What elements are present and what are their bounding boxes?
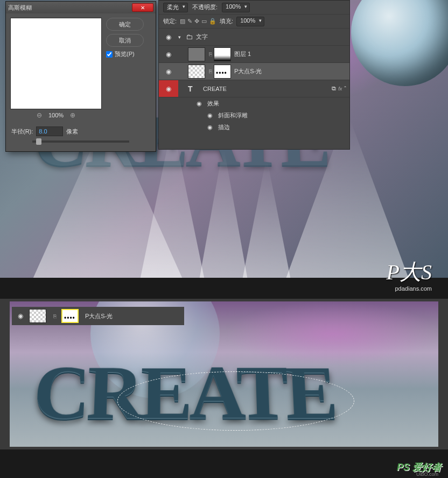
blend-mode-dropdown[interactable]: 柔光 <box>163 3 188 12</box>
link-icon[interactable]: ⎘ <box>209 68 212 74</box>
layers-panel: 柔光 不透明度: 100% 锁定: ▨ ✎ ✥ ▭ 🔒 填充: 100% ◉ ▾… <box>158 0 350 150</box>
zoom-level: 100% <box>48 112 64 118</box>
lock-transparency-icon[interactable]: ▨ <box>180 18 185 25</box>
lock-icons: ▨ ✎ ✥ ▭ 🔒 <box>180 18 216 25</box>
opacity-label: 不透明度: <box>192 3 218 11</box>
link-icon[interactable]: ⎘ <box>53 313 57 319</box>
visibility-icon[interactable]: ◉ <box>15 312 26 320</box>
folder-icon: 🗀 <box>186 33 193 41</box>
fx-badge[interactable]: fx <box>338 86 342 92</box>
effect-stroke[interactable]: ◉ 描边 <box>159 121 349 133</box>
fill-dropdown[interactable]: 100% <box>236 17 264 26</box>
gaussian-blur-dialog: 高斯模糊 ✕ ⊖ 100% ⊕ 确定 取消 预览(P) 半径(R): 像素 <box>5 1 156 152</box>
fx-collapse-icon[interactable]: ˆ <box>344 86 346 92</box>
layer-item-1[interactable]: ◉ ⎘ 图层 1 <box>159 46 349 63</box>
zoom-out-icon[interactable]: ⊖ <box>37 111 42 119</box>
footer-watermark-url: UiBO.com <box>416 472 438 477</box>
lock-label: 锁定: <box>163 17 177 25</box>
layer-name: P大点S-光 <box>234 67 349 75</box>
dialog-title-text: 高斯模糊 <box>8 4 32 12</box>
visibility-icon[interactable]: ◉ <box>159 85 178 93</box>
layer-name: 图层 1 <box>234 50 349 58</box>
blur-preview[interactable] <box>10 18 102 109</box>
radius-input[interactable] <box>36 126 63 136</box>
layer-thumb[interactable] <box>188 47 205 61</box>
ok-button[interactable]: 确定 <box>106 18 144 31</box>
layer-name: 文字 <box>196 33 349 41</box>
radius-slider[interactable] <box>32 140 129 143</box>
layer-thumb[interactable] <box>29 309 46 323</box>
effects-header[interactable]: ◉ 效果 <box>159 97 349 109</box>
radius-label: 半径(R): <box>11 128 33 136</box>
lock-artboard-icon[interactable]: ▭ <box>201 18 207 25</box>
mask-thumb-selected[interactable] <box>61 309 79 323</box>
effect-name: 斜面和浮雕 <box>218 111 248 120</box>
bottom-section: CREATE ◉ ⎘ P大点S-光 <box>0 299 448 449</box>
visibility-icon[interactable]: ◉ <box>207 124 218 131</box>
preview-checkbox-label: 预览(P) <box>115 50 135 58</box>
zoom-in-icon[interactable]: ⊕ <box>70 111 75 119</box>
effect-bevel[interactable]: ◉ 斜面和浮雕 <box>159 109 349 121</box>
lock-all-icon[interactable]: 🔒 <box>209 18 216 25</box>
fill-label: 填充: <box>220 17 233 25</box>
visibility-icon[interactable]: ◉ <box>159 51 178 58</box>
layer-name: CREATE <box>203 86 332 92</box>
text-layer-icon: T <box>188 85 199 93</box>
layer-folder-text[interactable]: ◉ ▾ 🗀 文字 <box>159 29 349 46</box>
link-icon[interactable]: ⎘ <box>209 51 212 57</box>
cancel-button[interactable]: 取消 <box>106 34 144 47</box>
opacity-dropdown[interactable]: 100% <box>222 3 250 12</box>
preview-checkbox-row[interactable]: 预览(P) <box>106 50 144 58</box>
effects-label: 效果 <box>207 100 219 108</box>
mask-thumb[interactable] <box>214 47 231 61</box>
advanced-blend-icon[interactable]: ⧉ <box>332 85 336 92</box>
lock-position-icon[interactable]: ✥ <box>194 18 199 25</box>
layer-item-light[interactable]: ◉ ⎘ P大点S-光 <box>159 63 349 80</box>
visibility-icon[interactable]: ◉ <box>207 112 218 119</box>
collapse-icon[interactable]: ▾ <box>178 34 186 40</box>
effect-name: 描边 <box>218 123 230 131</box>
radius-unit: 像素 <box>66 128 78 136</box>
layer-item-create[interactable]: ◉ T CREATE ⧉ fx ˆ <box>159 80 349 97</box>
visibility-icon[interactable]: ◉ <box>197 100 207 107</box>
layer-row-bottom[interactable]: ◉ ⎘ P大点S-光 <box>12 307 184 325</box>
layer-thumb[interactable] <box>188 65 205 79</box>
watermark-logo: P大S <box>387 257 432 287</box>
preview-checkbox[interactable] <box>106 51 113 58</box>
lock-paint-icon[interactable]: ✎ <box>187 18 192 25</box>
mask-thumb[interactable] <box>214 65 231 79</box>
visibility-icon[interactable]: ◉ <box>159 68 178 75</box>
layer-name: P大点S-光 <box>85 312 181 320</box>
slider-thumb[interactable] <box>36 138 41 145</box>
dialog-close-button[interactable]: ✕ <box>132 3 153 12</box>
visibility-icon[interactable]: ◉ <box>159 33 178 41</box>
dialog-titlebar[interactable]: 高斯模糊 ✕ <box>6 2 156 13</box>
selection-marquee <box>117 371 354 431</box>
watermark-url: pdadians.com <box>395 285 432 292</box>
